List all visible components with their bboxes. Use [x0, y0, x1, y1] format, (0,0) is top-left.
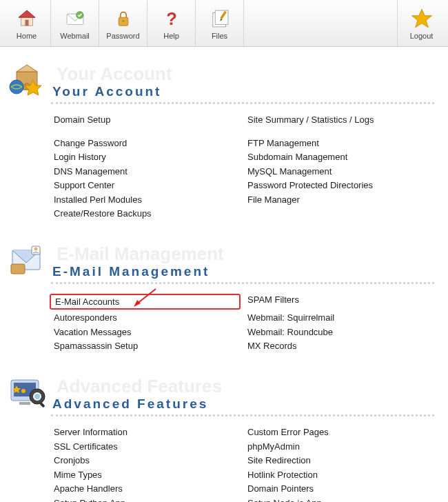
link-phpmyadmin[interactable]: phpMyAdmin	[247, 441, 434, 453]
webmail-label: Webmail	[60, 32, 90, 40]
lock-icon	[112, 7, 135, 30]
section-title: Your Account	[52, 84, 161, 99]
link-apache-handlers[interactable]: Apache Handlers	[54, 483, 241, 495]
webmail-icon	[63, 7, 87, 30]
link-server-information[interactable]: Server Information	[54, 426, 241, 439]
link-password-protected[interactable]: Password Protected Directories	[247, 179, 434, 192]
section-title: E-Mail Management	[52, 264, 210, 279]
section-email: E-Mail Management E-Mail Management E-Ma…	[7, 239, 441, 352]
link-webmail-squirrelmail[interactable]: Webmail: Squirrelmail	[247, 312, 434, 324]
link-cronjobs[interactable]: Cronjobs	[54, 454, 241, 467]
section-title: Advanced Features	[52, 396, 208, 412]
link-email-accounts[interactable]: E-Mail Accounts	[50, 294, 241, 310]
svg-rect-28	[19, 402, 30, 405]
section-advanced: Advanced Features Advanced Features Serv…	[7, 372, 441, 502]
section-watermark: Your Account	[57, 63, 172, 85]
email-section-icon	[7, 239, 48, 281]
svg-marker-1	[19, 10, 35, 17]
link-perl-modules[interactable]: Installed Perl Modules	[54, 194, 241, 206]
link-ftp-management[interactable]: FTP Management	[247, 137, 434, 150]
section-account: Your Account Your Account Domain Setup S…	[7, 59, 441, 220]
svg-rect-2	[25, 19, 28, 26]
link-support-center[interactable]: Support Center	[54, 179, 241, 192]
svg-point-27	[21, 389, 26, 393]
link-subdomain-management[interactable]: Subdomain Management	[247, 151, 434, 163]
advanced-section-icon	[7, 372, 48, 413]
link-hotlink-protection[interactable]: Hotlink Protection	[247, 469, 434, 481]
svg-point-6	[122, 19, 124, 21]
link-login-history[interactable]: Login History	[54, 151, 241, 163]
files-icon	[208, 7, 232, 30]
link-change-password[interactable]: Change Password	[54, 137, 241, 150]
link-ssl-certificates[interactable]: SSL Certificates	[54, 441, 241, 453]
link-dns-management[interactable]: DNS Management	[54, 165, 241, 178]
account-links: Domain Setup Site Summary / Statistics /…	[7, 104, 441, 220]
svg-marker-12	[411, 9, 431, 27]
svg-rect-21	[11, 264, 25, 274]
link-mx-records[interactable]: MX Records	[247, 340, 434, 352]
account-section-icon	[7, 59, 48, 101]
link-custom-error-pages[interactable]: Custom Error Pages	[247, 426, 434, 439]
svg-marker-14	[17, 65, 37, 72]
section-watermark: Advanced Features	[57, 376, 222, 397]
link-vacation-messages[interactable]: Vacation Messages	[54, 326, 241, 339]
link-create-restore-backups[interactable]: Create/Restore Backups	[54, 208, 241, 220]
section-watermark: E-Mail Management	[57, 243, 224, 265]
link-setup-nodejs[interactable]: Setup Node.js App	[247, 497, 434, 502]
files-label: Files	[212, 32, 227, 40]
link-domain-pointers[interactable]: Domain Pointers	[247, 483, 434, 495]
svg-text:?: ?	[166, 8, 177, 28]
home-button[interactable]: Home	[3, 0, 51, 46]
link-site-redirection[interactable]: Site Redirection	[247, 454, 434, 467]
main-content: Your Account Your Account Domain Setup S…	[0, 47, 448, 502]
svg-point-30	[34, 393, 41, 400]
link-spamassassin[interactable]: Spamassassin Setup	[54, 340, 241, 352]
star-icon	[410, 7, 434, 30]
link-autoresponders[interactable]: Autoresponders	[54, 312, 241, 324]
logout-label: Logout	[410, 32, 434, 40]
help-icon: ?	[160, 7, 183, 30]
link-webmail-roundcube[interactable]: Webmail: Roundcube	[247, 326, 434, 339]
home-icon	[15, 7, 39, 30]
link-file-manager[interactable]: File Manager	[247, 194, 434, 206]
logout-button[interactable]: Logout	[397, 0, 445, 46]
link-mysql-management[interactable]: MySQL Management	[247, 165, 434, 178]
link-setup-python[interactable]: Setup Python App	[54, 497, 241, 502]
email-links: E-Mail Accounts SPAM Filters Autorespond…	[7, 284, 441, 352]
password-label: Password	[106, 32, 139, 40]
webmail-button[interactable]: Webmail	[51, 0, 99, 46]
toolbar-spacer	[244, 0, 397, 46]
link-site-summary[interactable]: Site Summary / Statistics / Logs	[247, 114, 434, 126]
link-spam-filters[interactable]: SPAM Filters	[247, 294, 434, 310]
svg-point-20	[34, 247, 38, 250]
password-button[interactable]: Password	[99, 0, 147, 46]
link-mime-types[interactable]: Mime Types	[54, 469, 241, 481]
help-label: Help	[163, 32, 179, 40]
top-toolbar: Home Webmail Password ? Hel	[0, 0, 448, 47]
help-button[interactable]: ? Help	[147, 0, 196, 46]
advanced-links: Server Information Custom Error Pages SS…	[7, 416, 441, 502]
link-domain-setup[interactable]: Domain Setup	[54, 114, 241, 126]
home-label: Home	[17, 32, 37, 40]
files-button[interactable]: Files	[196, 0, 244, 46]
